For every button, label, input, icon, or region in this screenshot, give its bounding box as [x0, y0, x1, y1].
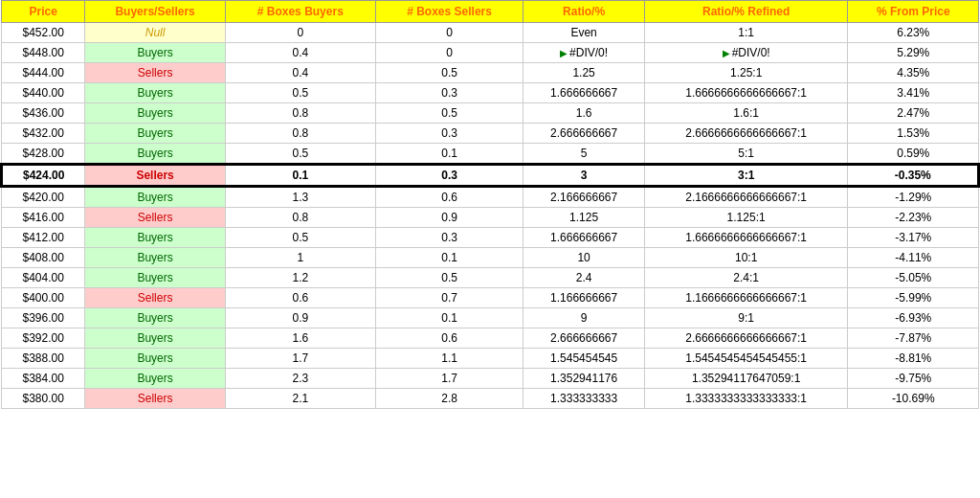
- cell-from-price: 5.29%: [848, 43, 979, 63]
- cell-ratio: 10: [523, 248, 644, 268]
- cell-buyers-sellers: Sellers: [85, 288, 226, 308]
- cell-buyers-sellers: Buyers: [85, 103, 226, 124]
- cell-buyers-sellers: Buyers: [85, 43, 226, 63]
- cell-ratio-refined: 2.1666666666666667:1: [644, 187, 848, 208]
- cell-price: $404.00: [2, 268, 85, 288]
- cell-price: $392.00: [2, 328, 85, 349]
- cell-price: $408.00: [2, 248, 85, 268]
- cell-price: $444.00: [2, 63, 85, 83]
- cell-ratio: 2.666666667: [523, 124, 644, 144]
- cell-from-price: -9.75%: [848, 369, 979, 389]
- cell-ratio: 1.333333333: [523, 389, 644, 409]
- cell-price: $420.00: [2, 187, 85, 208]
- cell-boxes-sellers: 1.1: [375, 349, 523, 369]
- cell-boxes-buyers: 0.6: [225, 288, 375, 308]
- cell-from-price: -6.93%: [848, 308, 979, 328]
- cell-price: $396.00: [2, 308, 85, 328]
- cell-ratio: 3: [523, 165, 644, 187]
- cell-buyers-sellers: Null: [85, 23, 226, 43]
- header-ratio: Ratio/%: [523, 1, 644, 23]
- cell-ratio: 1.666666667: [523, 228, 644, 248]
- cell-buyers-sellers: Buyers: [85, 124, 226, 144]
- cell-boxes-sellers: 0.1: [375, 308, 523, 328]
- cell-ratio: 1.666666667: [523, 83, 644, 103]
- cell-boxes-buyers: 1.3: [225, 187, 375, 208]
- cell-ratio: 9: [523, 308, 644, 328]
- cell-price: $436.00: [2, 103, 85, 124]
- cell-price: $452.00: [2, 23, 85, 43]
- cell-ratio: #DIV/0!: [523, 43, 644, 63]
- cell-boxes-buyers: 0.8: [225, 124, 375, 144]
- cell-boxes-sellers: 0.6: [375, 187, 523, 208]
- cell-from-price: -4.11%: [848, 248, 979, 268]
- cell-boxes-buyers: 0.4: [225, 43, 375, 63]
- cell-price: $424.00: [2, 165, 85, 187]
- cell-price: $380.00: [2, 389, 85, 409]
- cell-ratio-refined: 1.5454545454545455:1: [644, 349, 848, 369]
- header-ratio-refined: Ratio/% Refined: [644, 1, 848, 23]
- cell-boxes-buyers: 0.5: [225, 144, 375, 165]
- cell-from-price: 1.53%: [848, 124, 979, 144]
- cell-from-price: -5.05%: [848, 268, 979, 288]
- cell-boxes-sellers: 0.5: [375, 63, 523, 83]
- cell-buyers-sellers: Buyers: [85, 248, 226, 268]
- cell-boxes-sellers: 0.3: [375, 124, 523, 144]
- header-price: Price: [2, 1, 85, 23]
- cell-ratio-refined: 1.6666666666666667:1: [644, 228, 848, 248]
- cell-boxes-buyers: 0.1: [225, 165, 375, 187]
- cell-price: $388.00: [2, 349, 85, 369]
- cell-ratio-refined: 2.4:1: [644, 268, 848, 288]
- cell-ratio-refined: 1.35294117647059:1: [644, 369, 848, 389]
- header-from-price: % From Price: [848, 1, 979, 23]
- cell-boxes-buyers: 0.5: [225, 228, 375, 248]
- cell-ratio: 2.4: [523, 268, 644, 288]
- cell-boxes-buyers: 2.1: [225, 389, 375, 409]
- cell-ratio-refined: 1.6666666666666667:1: [644, 83, 848, 103]
- cell-from-price: -3.17%: [848, 228, 979, 248]
- cell-price: $412.00: [2, 228, 85, 248]
- cell-boxes-sellers: 0.5: [375, 268, 523, 288]
- cell-price: $448.00: [2, 43, 85, 63]
- cell-price: $432.00: [2, 124, 85, 144]
- cell-boxes-sellers: 0.6: [375, 328, 523, 349]
- cell-from-price: -10.69%: [848, 389, 979, 409]
- cell-ratio: 1.6: [523, 103, 644, 124]
- cell-boxes-sellers: 0.1: [375, 248, 523, 268]
- cell-ratio-refined: 1.1666666666666667:1: [644, 288, 848, 308]
- cell-ratio-refined: 2.6666666666666667:1: [644, 124, 848, 144]
- cell-price: $440.00: [2, 83, 85, 103]
- cell-from-price: 0.59%: [848, 144, 979, 165]
- cell-buyers-sellers: Buyers: [85, 328, 226, 349]
- cell-ratio: 5: [523, 144, 644, 165]
- cell-boxes-buyers: 0.5: [225, 83, 375, 103]
- cell-ratio: 1.166666667: [523, 288, 644, 308]
- cell-ratio: Even: [523, 23, 644, 43]
- cell-boxes-buyers: 1.6: [225, 328, 375, 349]
- cell-ratio-refined: 1.3333333333333333:1: [644, 389, 848, 409]
- cell-buyers-sellers: Buyers: [85, 349, 226, 369]
- cell-from-price: 2.47%: [848, 103, 979, 124]
- cell-ratio-refined: 2.6666666666666667:1: [644, 328, 848, 349]
- cell-boxes-sellers: 0: [375, 23, 523, 43]
- cell-ratio-refined: 1.6:1: [644, 103, 848, 124]
- cell-buyers-sellers: Buyers: [85, 83, 226, 103]
- cell-boxes-buyers: 1: [225, 248, 375, 268]
- cell-from-price: -7.87%: [848, 328, 979, 349]
- cell-price: $416.00: [2, 208, 85, 228]
- cell-ratio: 2.666666667: [523, 328, 644, 349]
- cell-buyers-sellers: Buyers: [85, 228, 226, 248]
- cell-boxes-buyers: 1.7: [225, 349, 375, 369]
- cell-boxes-buyers: 1.2: [225, 268, 375, 288]
- header-boxes-buyers: # Boxes Buyers: [225, 1, 375, 23]
- cell-boxes-buyers: 0.8: [225, 103, 375, 124]
- cell-ratio-refined: 1.125:1: [644, 208, 848, 228]
- cell-buyers-sellers: Sellers: [85, 208, 226, 228]
- cell-price: $428.00: [2, 144, 85, 165]
- cell-buyers-sellers: Buyers: [85, 187, 226, 208]
- cell-ratio-refined: 9:1: [644, 308, 848, 328]
- cell-boxes-buyers: 0.9: [225, 308, 375, 328]
- cell-ratio-refined: 5:1: [644, 144, 848, 165]
- cell-boxes-buyers: 2.3: [225, 369, 375, 389]
- cell-buyers-sellers: Sellers: [85, 389, 226, 409]
- cell-boxes-sellers: 0.1: [375, 144, 523, 165]
